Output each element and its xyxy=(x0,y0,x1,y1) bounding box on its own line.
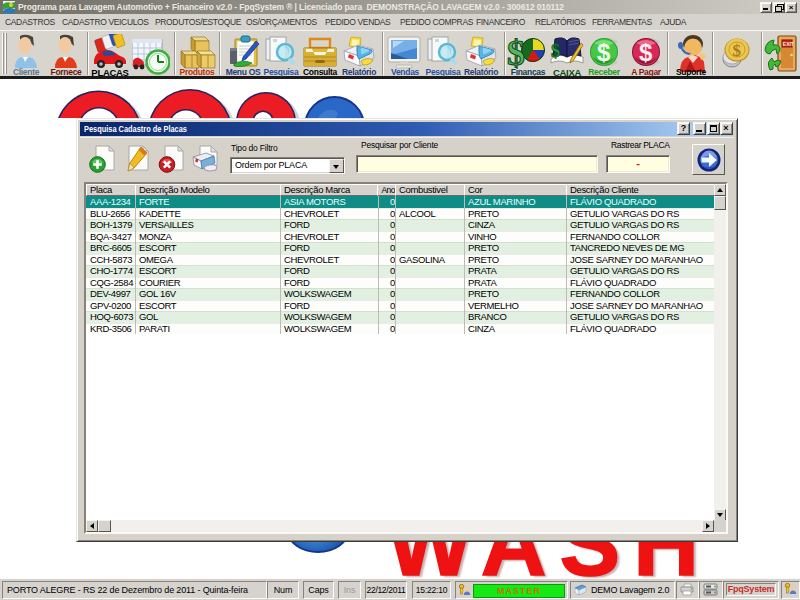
svg-text:$: $ xyxy=(597,39,611,66)
svg-text:$: $ xyxy=(639,39,653,66)
svg-text:$: $ xyxy=(551,41,560,61)
svg-text:$: $ xyxy=(733,41,742,60)
svg-text:EXIT: EXIT xyxy=(783,41,794,47)
